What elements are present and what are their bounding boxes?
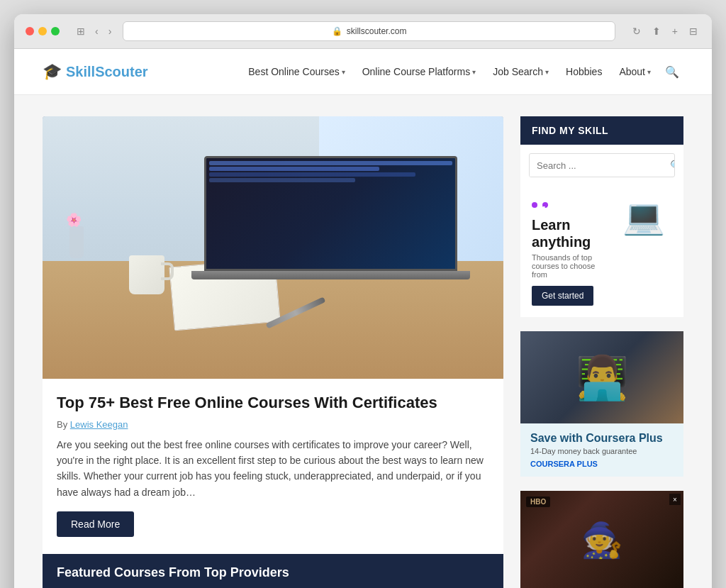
coursera-overlay: Save with Coursera Plus 14-Day money bac… <box>520 423 683 477</box>
security-icon: 🔒 <box>332 26 342 36</box>
website: 🎓 SkillScouter Best Online Courses ▾ Onl… <box>14 49 712 588</box>
laptop-base <box>191 271 470 279</box>
coursera-ad: 👨‍💻 Save with Coursera Plus 14-Day money… <box>520 331 683 477</box>
coursera-image: 👨‍💻 <box>520 331 683 423</box>
nav-label-job-search: Job Search <box>493 66 543 77</box>
search-input[interactable] <box>530 155 663 177</box>
browser-dots <box>26 27 60 35</box>
udemy-logo-text: udemy <box>542 202 548 208</box>
nav-item-best-online-courses[interactable]: Best Online Courses ▾ <box>241 62 352 82</box>
sidebar: FIND MY SKILL 🔍 udemy <box>520 116 683 588</box>
featured-banner: Featured Courses From Top Providers <box>43 554 503 588</box>
scene-vase: 🌸 <box>66 226 87 269</box>
tab-grid-button[interactable]: ⊞ <box>74 24 88 38</box>
address-bar-actions: ↻ ⬆ + ⊟ <box>630 24 700 38</box>
close-dot[interactable] <box>26 27 34 35</box>
screen-bar-1 <box>209 161 453 165</box>
site-header: 🎓 SkillScouter Best Online Courses ▾ Onl… <box>14 49 712 95</box>
udemy-dot-icon <box>532 202 537 208</box>
search-submit-button[interactable]: 🔍 <box>663 154 675 177</box>
back-button[interactable]: ‹ <box>92 24 101 38</box>
hbo-person-icon: 🧙 <box>581 521 623 560</box>
forward-button[interactable]: › <box>106 24 115 38</box>
udemy-logo: udemy <box>532 197 610 212</box>
address-bar[interactable]: 🔒 skillscouter.com <box>123 21 615 41</box>
author-link[interactable]: Lewis Keegan <box>70 419 128 430</box>
article-excerpt: Are you seeking out the best free online… <box>57 437 489 501</box>
laptop-screen <box>204 156 458 272</box>
udemy-headline: Learn anything <box>532 216 610 250</box>
chevron-down-icon: ▾ <box>342 68 345 76</box>
scene-laptop <box>204 156 458 301</box>
udemy-illustration: 💻 <box>615 197 672 237</box>
new-tab-button[interactable]: + <box>669 24 681 38</box>
site-body: 🌸 <box>14 95 712 588</box>
coursera-logo: COURSERA PLUS <box>530 460 674 468</box>
read-more-button[interactable]: Read More <box>57 511 134 537</box>
article-card: 🌸 <box>43 116 503 588</box>
coursera-subtitle: 14-Day money back guarantee <box>530 447 674 455</box>
logo-icon: 🎓 <box>43 62 62 81</box>
hbo-ad: × HBO 🧙 <box>520 491 683 588</box>
nav-label-online-course-platforms: Online Course Platforms <box>362 66 471 77</box>
logo-text: SkillScouter <box>66 64 148 80</box>
minimize-dot[interactable] <box>38 27 47 35</box>
article-author: By Lewis Keegan <box>57 419 489 430</box>
chevron-down-icon: ▾ <box>472 68 476 76</box>
nav-item-hobbies[interactable]: Hobbies <box>559 62 609 82</box>
vase-body <box>69 226 84 258</box>
browser-titlebar: ⊞ ‹ › 🔒 skillscouter.com ↻ ⬆ + ⊟ <box>14 14 712 49</box>
extensions-button[interactable]: ⊟ <box>686 24 700 38</box>
udemy-ad: udemy Learn anything Thousands of top co… <box>520 186 683 317</box>
author-name: Lewis Keegan <box>70 419 128 430</box>
search-input-wrap: 🔍 <box>529 153 675 177</box>
widget-header-find-skill: FIND MY SKILL <box>520 116 683 145</box>
chevron-down-icon: ▾ <box>545 68 549 76</box>
coursera-person-icon: 👨‍💻 <box>576 353 629 403</box>
desk-scene: 🌸 <box>43 116 503 379</box>
url-text: skillscouter.com <box>347 26 407 36</box>
article-body: Top 75+ Best Free Online Courses With Ce… <box>43 379 503 554</box>
hbo-logo: HBO <box>526 497 550 507</box>
cup-handle <box>161 262 174 280</box>
screen-bar-4 <box>209 178 355 182</box>
nav-item-about[interactable]: About ▾ <box>612 62 658 82</box>
udemy-subtext: Thousands of top courses to choose from <box>532 253 610 279</box>
coursera-person: 👨‍💻 <box>520 331 683 423</box>
author-label: By <box>57 419 67 430</box>
chevron-down-icon: ▾ <box>647 68 651 76</box>
hbo-close-button[interactable]: × <box>669 494 681 505</box>
nav-search-icon[interactable]: 🔍 <box>661 61 683 83</box>
browser-window: ⊞ ‹ › 🔒 skillscouter.com ↻ ⬆ + ⊟ 🎓 Skill… <box>14 14 712 588</box>
browser-controls: ⊞ ‹ › <box>74 24 114 38</box>
udemy-illustration-icon: 💻 <box>622 197 665 237</box>
udemy-content: udemy Learn anything Thousands of top co… <box>532 197 610 306</box>
cup-body <box>129 255 164 294</box>
reload-button[interactable]: ↻ <box>630 24 644 38</box>
nav-label-best-online-courses: Best Online Courses <box>248 66 339 77</box>
main-content: 🌸 <box>43 116 503 588</box>
nav-label-hobbies: Hobbies <box>566 66 602 77</box>
nav-label-about: About <box>619 66 645 77</box>
article-title: Top 75+ Best Free Online Courses With Ce… <box>57 393 489 414</box>
scene-cup <box>125 255 168 305</box>
article-hero-image: 🌸 <box>43 116 503 379</box>
screen-bar-2 <box>209 167 379 171</box>
coursera-title: Save with Coursera Plus <box>530 432 674 445</box>
widget-search: 🔍 <box>520 145 683 186</box>
logo-link[interactable]: 🎓 SkillScouter <box>43 62 148 81</box>
find-skill-widget: FIND MY SKILL 🔍 udemy <box>520 116 683 317</box>
share-button[interactable]: ⬆ <box>649 24 664 38</box>
screen-bar-3 <box>209 172 416 177</box>
main-nav: Best Online Courses ▾ Online Course Plat… <box>241 61 683 83</box>
nav-item-online-course-platforms[interactable]: Online Course Platforms ▾ <box>355 62 484 82</box>
flower-icon: 🌸 <box>66 212 82 228</box>
nav-item-job-search[interactable]: Job Search ▾ <box>486 62 556 82</box>
udemy-cta-button[interactable]: Get started <box>532 286 593 306</box>
maximize-dot[interactable] <box>51 27 60 35</box>
